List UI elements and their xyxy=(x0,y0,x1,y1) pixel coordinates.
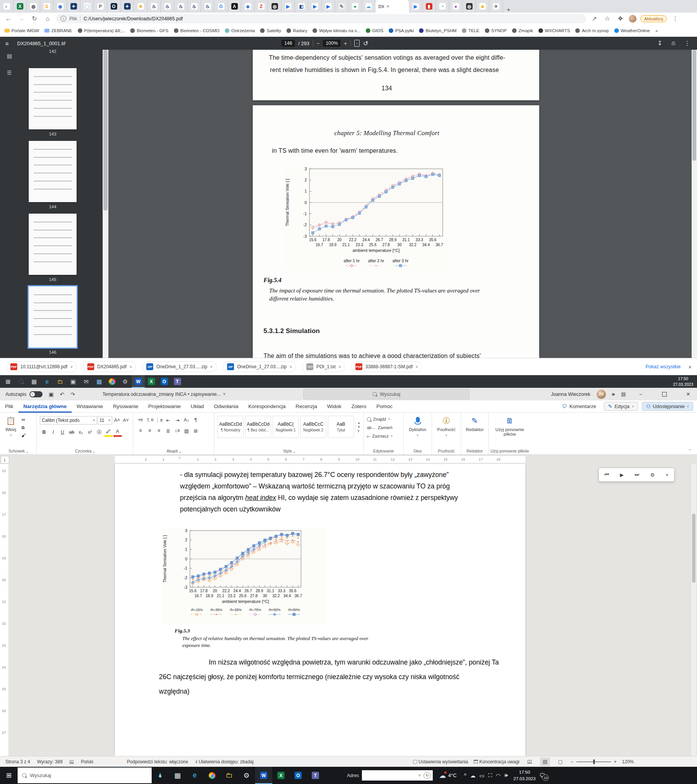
tray-icon[interactable]: ▭ xyxy=(479,772,484,779)
download-item[interactable]: TXTPOI_1.txt˅ xyxy=(302,361,345,372)
taskbar-icon-store[interactable]: ▣ xyxy=(67,375,80,388)
tray-icon[interactable]: 🕪 xyxy=(504,772,508,779)
tray-icon[interactable]: ☁ xyxy=(470,772,476,779)
tab-widok[interactable]: Widok xyxy=(322,400,347,413)
play-icon[interactable]: ▶ xyxy=(620,472,624,478)
style-gallery-item[interactable]: AaBbC(Nagłówek 1 xyxy=(273,416,299,438)
grow-font-icon[interactable]: A˄ xyxy=(113,417,121,424)
tab-uk-ad[interactable]: Układ xyxy=(186,400,209,413)
bookmark-item[interactable]: PSA pyłki xyxy=(389,28,414,33)
download-item[interactable]: ZIPOneDrive_1_27.03....zip˅ xyxy=(223,361,296,372)
minimize-button[interactable]: – xyxy=(632,388,649,400)
bookmark-item[interactable]: SYNOP xyxy=(485,28,507,33)
tab-zotero[interactable]: Zotero xyxy=(347,400,372,413)
autosave-toggle[interactable]: ✓ xyxy=(30,391,43,397)
pdf-page-input[interactable]: 146 xyxy=(281,40,295,47)
download-caret-icon[interactable]: ˅ xyxy=(416,365,418,369)
indent-marker[interactable]: ▽ xyxy=(178,456,181,460)
pinned-tab[interactable]: ✦ xyxy=(67,0,81,13)
taskbar-icon-photos[interactable]: ▩ xyxy=(92,375,106,388)
bookmark-item[interactable]: Arch m.synop xyxy=(575,28,609,33)
bookmark-item[interactable]: Biometeo - COSMO xyxy=(174,28,220,33)
taskbar-icon-word[interactable]: W xyxy=(132,375,145,388)
save-icon[interactable]: ▣ xyxy=(49,391,54,397)
tray-icon[interactable]: ⛶ xyxy=(488,772,492,779)
decrease-indent-icon[interactable]: ⇤ xyxy=(164,416,172,424)
underline-icon[interactable]: U xyxy=(58,428,67,436)
taskbar-icon-start[interactable]: ⊞ xyxy=(2,375,15,388)
pinned-tab[interactable]: ✳ xyxy=(134,0,147,13)
chrome-menu-icon[interactable]: ⋮ xyxy=(671,15,680,22)
tab-recenzja[interactable]: Recenzja xyxy=(291,400,322,413)
tab-close-icon[interactable]: × xyxy=(386,4,389,9)
taskbar-icon-teams[interactable]: T xyxy=(307,767,324,784)
chrome-update-button[interactable]: Aktualizuj xyxy=(640,15,667,22)
back-icon[interactable]: ← xyxy=(4,15,13,22)
bookmark-item[interactable]: WeatherOnline xyxy=(614,28,650,33)
superscript-icon[interactable]: x² xyxy=(86,428,94,436)
paste-button[interactable]: 📋 Wklej˅ xyxy=(3,415,18,438)
read-mode-icon[interactable]: 🕮 xyxy=(525,758,535,766)
horizontal-ruler[interactable]: 211·2·3·4·5·6·7·8·9·10·11·12·13·14·15·16… xyxy=(115,456,525,463)
address-toolbar-input[interactable]: ˅ ↻ xyxy=(362,770,433,781)
italic-icon[interactable]: I xyxy=(49,428,58,436)
align-center-icon[interactable]: ≡ xyxy=(145,427,154,435)
pinned-tab[interactable]: ▶ xyxy=(281,0,295,13)
read-close-icon[interactable]: × xyxy=(666,472,669,478)
bookmark-item[interactable]: Zmapik xyxy=(512,28,533,33)
taskbar-icon-excel[interactable]: X xyxy=(272,767,289,784)
url-text[interactable]: C:/Users/jwieczorek/Downloads/DX204865.p… xyxy=(84,16,183,21)
zoom-out-icon[interactable]: − xyxy=(571,759,573,764)
thumbnails-panel-icon[interactable]: ▤ xyxy=(7,53,12,59)
address-go-icon[interactable]: ↻ xyxy=(424,772,431,779)
bookmark-item[interactable]: Ostrzeżenia xyxy=(225,28,255,33)
pinned-tab[interactable]: X xyxy=(13,0,27,13)
taskbar-icon-task-view[interactable]: ▦ xyxy=(28,375,41,388)
tab-plik[interactable]: Plik xyxy=(0,400,18,413)
styles-up-icon[interactable]: ▲ xyxy=(357,421,360,425)
taskbar-icon-explorer[interactable]: 🗀 xyxy=(221,767,238,784)
pinned-tab[interactable]: ● xyxy=(449,0,462,13)
download-item[interactable]: PDFDX204865.pdf˅ xyxy=(83,361,136,372)
pinned-tab[interactable]: ✎ xyxy=(335,0,348,13)
pinned-tab[interactable]: ♨ xyxy=(188,0,201,13)
pinned-tab[interactable]: ◍ xyxy=(462,0,476,13)
taskbar-icon-outlook[interactable]: O xyxy=(289,767,307,784)
bookmark-item[interactable]: Wpływ klimatu na s... xyxy=(312,28,360,33)
zoom-slider[interactable]: − + xyxy=(571,759,616,764)
print-icon[interactable]: ⎙ xyxy=(671,41,675,46)
styles-more-icon[interactable]: ⊽ xyxy=(357,430,360,433)
taskbar-icon-settings[interactable]: ⚙ xyxy=(238,767,255,784)
align-left-icon[interactable]: ≡ xyxy=(136,427,145,435)
bookmark-item[interactable]: TELE xyxy=(462,28,479,33)
text-effects-icon[interactable]: Ⓐ xyxy=(95,428,103,436)
notification-center-icon[interactable]: 🗩10 xyxy=(539,772,545,779)
taskbar2-clock[interactable]: 17:5027.03.2023 xyxy=(514,769,536,781)
active-tab[interactable]: DX × xyxy=(375,0,409,13)
page-indicator[interactable]: Strona 3 z 4 xyxy=(5,759,30,764)
bookmark-item[interactable]: P(temperatura) &lt;... xyxy=(78,28,125,33)
download-caret-icon[interactable]: ˅ xyxy=(130,365,132,369)
pinned-tab[interactable]: ☻ xyxy=(476,0,489,13)
pinned-tab[interactable]: G xyxy=(215,0,228,13)
tray-icon[interactable]: ◠ xyxy=(496,772,500,779)
downloads-close-icon[interactable]: × xyxy=(688,364,692,370)
taskbar-icon-edge[interactable]: e xyxy=(41,375,54,388)
pinned-tab[interactable]: ◔ xyxy=(436,0,449,13)
taskbar-icon-chrome[interactable] xyxy=(203,767,221,784)
ribbon-options-icon[interactable]: ▤ xyxy=(621,391,626,397)
tab-rysowanie[interactable]: Rysowanie xyxy=(108,400,143,413)
bookmark-star-icon[interactable]: ☆ xyxy=(603,15,612,22)
increase-indent-icon[interactable]: ⇥ xyxy=(173,416,182,424)
pinned-tab[interactable]: ▮ xyxy=(423,0,436,13)
shrink-font-icon[interactable]: A˅ xyxy=(122,417,130,424)
pinned-tab[interactable]: Z xyxy=(255,0,268,13)
new-tab-button[interactable]: + xyxy=(503,6,514,13)
sensitivity-button[interactable]: 🛈 Poufność˅ xyxy=(435,415,458,438)
rotate-icon[interactable]: ↺ xyxy=(363,40,368,47)
next-paragraph-icon[interactable]: ⏭ xyxy=(634,472,639,478)
word-count[interactable]: Wyrazy: 389 xyxy=(37,759,63,764)
show-marks-icon[interactable]: ¶ xyxy=(192,416,200,424)
download-caret-icon[interactable]: ˅ xyxy=(71,365,73,369)
print-layout-icon[interactable]: ▤ xyxy=(540,758,550,766)
